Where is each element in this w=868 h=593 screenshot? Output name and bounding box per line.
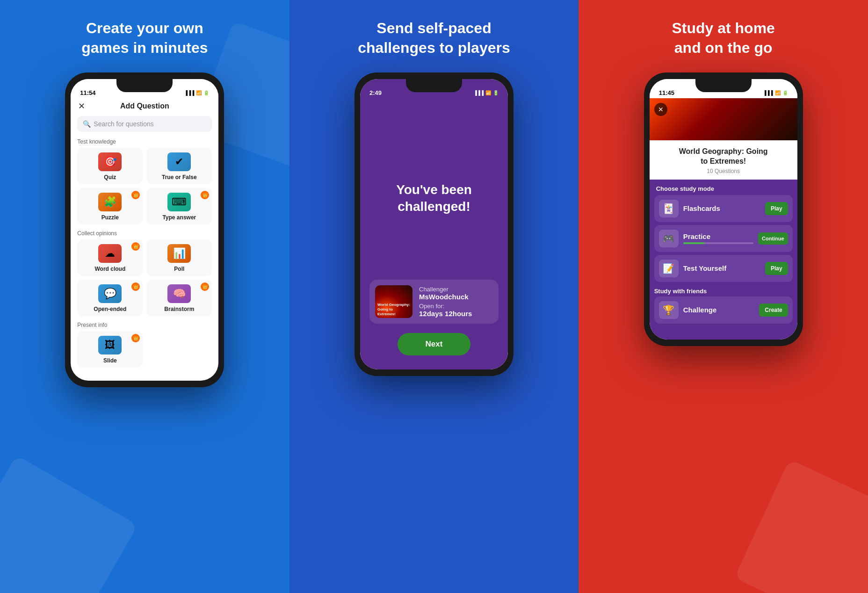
challenger-name: MsWoodchuck [419,293,472,301]
panel3-title: Study at home and on the go [672,19,774,58]
challenge-create-button[interactable]: Create [759,304,788,317]
section-collect-opinions: Collect opinions [71,228,218,239]
choose-study-label: Choose study mode [654,183,793,195]
testyourself-icon: 📝 [659,260,679,277]
openended-item[interactable]: 👑 💬 Open-ended [77,280,143,316]
slide-item[interactable]: 👑 🖼 Slide [77,331,143,368]
panel2-title: Send self-paced challenges to players [358,19,510,58]
puzzle-crown: 👑 [131,191,140,199]
study-card-header: World Geography: Going to Extremes! 10 Q… [650,140,797,180]
present-info-grid: 👑 🖼 Slide [71,331,218,371]
puzzle-item[interactable]: 👑 🧩 Puzzle [77,188,143,224]
wordcloud-item[interactable]: 👑 ☁ Word cloud [77,239,143,276]
quiz-label: Quiz [104,174,116,181]
practice-row[interactable]: 🎮 Practice Continue [654,225,793,252]
flashcards-row[interactable]: 🃏 Flashcards Play [654,195,793,222]
practice-icon: 🎮 [659,230,679,247]
wifi3-icon: 📶 [775,90,781,95]
add-question-title: Add Question [120,102,169,110]
quiz-icon: 🎯 [98,152,122,171]
phone2-content: You've been challenged! World Geography:… [360,98,508,369]
wifi-icon: 📶 [196,90,202,95]
poll-icon: 📊 [167,244,191,263]
study-friends-label: Study with friends [654,285,793,296]
test-knowledge-grid: 🎯 Quiz ✔ True or False 👑 🧩 Puzzle 👑 ⌨ Ty… [71,148,218,228]
study-card-subtitle: 10 Questions [657,168,790,174]
section-present-info: Present info [71,320,218,331]
phone1-mockup: 11:54 ▐▐▐ 📶 🔋 ✕ Add Question 🔍 Search fo… [65,72,224,387]
collect-opinions-grid: 👑 ☁ Word cloud 📊 Poll 👑 💬 Open-ended 👑 🧠 [71,239,218,320]
brainstorm-item[interactable]: 👑 🧠 Brainstorm [146,280,212,316]
section-test-knowledge: Test knowledge [71,137,218,148]
challenger-word: Challenger [419,286,472,293]
challenge-info: Challenger MsWoodchuck Open for: 12days … [419,286,472,318]
quiz-item[interactable]: 🎯 Quiz [77,148,143,184]
slide-icon: 🖼 [98,336,122,354]
wordcloud-label: Word cloud [94,266,125,272]
panel-study: Study at home and on the go 11:45 ▐▐▐ 📶 … [579,0,868,593]
phone2-status-icons: ▐▐▐ 📶 🔋 [474,84,499,95]
phone1-time: 11:54 [80,83,95,96]
testyourself-play-button[interactable]: Play [765,262,788,275]
next-button[interactable]: Next [398,333,471,355]
practice-progress-fill [683,242,704,244]
search-icon: 🔍 [83,120,91,128]
signal2-icon: ▐▐▐ [474,90,484,95]
challenge-row[interactable]: 🏆 Challenge Create [654,296,793,324]
signal3-icon: ▐▐▐ [763,90,773,95]
testyourself-label: Test Yourself [683,264,760,272]
search-bar[interactable]: 🔍 Search for questions [77,116,212,132]
flashcards-play-button[interactable]: Play [765,202,788,215]
phone3-screen: 11:45 ▐▐▐ 📶 🔋 ✕ World Geography: Going t… [650,79,797,340]
challenge-card: World Geography: Going to Extremes! Chal… [369,280,499,324]
close-x-icon[interactable]: ✕ [654,103,667,116]
open-days-value: 12days 12hours [419,310,472,318]
flashcards-label: Flashcards [683,204,760,212]
battery3-icon: 🔋 [782,90,788,95]
panel1-title: Create your own games in minutes [81,19,208,58]
openended-label: Open-ended [94,306,126,312]
challenge-thumbnail: World Geography: Going to Extremes! [375,285,412,318]
study-card-title: World Geography: Going to Extremes! [657,147,790,166]
challenge-text: Challenge [683,306,755,314]
practice-text: Practice [683,232,753,244]
battery2-icon: 🔋 [493,90,499,95]
challenge-label: Challenge [683,306,755,314]
openended-crown: 👑 [131,282,140,291]
study-mode-section: Choose study mode 🃏 Flashcards Play 🎮 Pr… [650,180,797,330]
wifi2-icon: 📶 [485,90,491,95]
puzzle-icon: 🧩 [98,193,122,211]
wordcloud-crown: 👑 [131,242,140,251]
open-for-label: Open for: [419,303,472,310]
practice-progress-track [683,242,753,244]
brainstorm-icon: 🧠 [167,284,191,303]
challenge-trophy-icon: 🏆 [659,301,679,319]
flashcards-icon: 🃏 [659,200,679,217]
phone3-mockup: 11:45 ▐▐▐ 📶 🔋 ✕ World Geography: Going t… [644,72,803,346]
phone1-status-icons: ▐▐▐ 📶 🔋 [184,84,209,95]
testyourself-row[interactable]: 📝 Test Yourself Play [654,255,793,282]
wordcloud-icon: ☁ [98,244,122,263]
search-placeholder: Search for questions [94,120,153,128]
battery-icon: 🔋 [203,90,209,95]
add-question-header: ✕ Add Question [71,98,218,113]
panel-create-games: Create your own games in minutes 11:54 ▐… [0,0,289,593]
phone2-time: 2:49 [369,83,382,96]
hero-image: ✕ [650,98,797,140]
flashcards-text: Flashcards [683,204,760,212]
phone2-screen: 2:49 ▐▐▐ 📶 🔋 You've been challenged! Wor… [360,79,508,369]
poll-label: Poll [174,266,184,272]
tof-icon: ✔ [167,152,191,171]
openended-icon: 💬 [98,284,122,303]
phone1-notch [116,79,173,92]
poll-item[interactable]: 📊 Poll [146,239,212,276]
practice-continue-button[interactable]: Continue [758,232,788,245]
trueorfalse-item[interactable]: ✔ True or False [146,148,212,184]
typeanswer-item[interactable]: 👑 ⌨ Type answer [146,188,212,224]
typeanswer-crown: 👑 [201,191,209,199]
close-icon[interactable]: ✕ [78,101,85,111]
brainstorm-crown: 👑 [201,282,209,291]
phone2-notch [406,79,462,92]
puzzle-label: Puzzle [101,214,119,221]
slide-crown: 👑 [131,334,140,342]
